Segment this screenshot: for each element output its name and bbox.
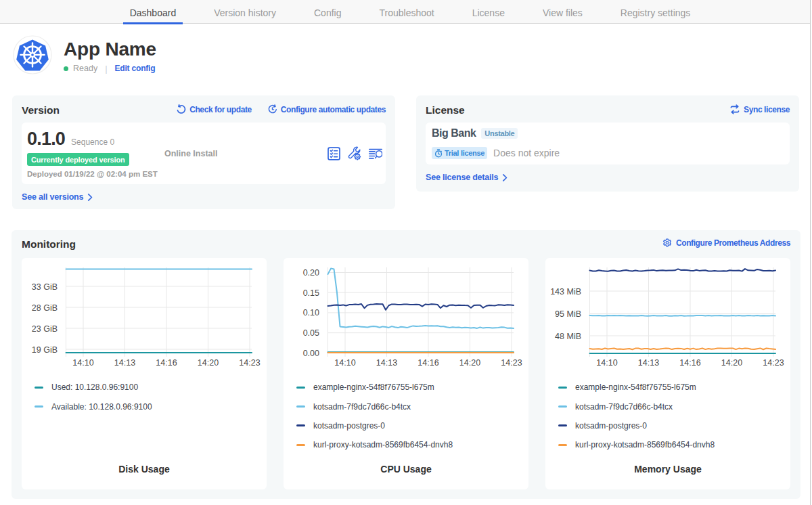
svg-text:14:16: 14:16 xyxy=(679,358,700,368)
svg-text:14:23: 14:23 xyxy=(239,358,260,368)
svg-text:28 GiB: 28 GiB xyxy=(32,303,58,313)
svg-text:14:16: 14:16 xyxy=(156,358,177,368)
svg-text:23 GiB: 23 GiB xyxy=(32,324,58,334)
svg-text:19 GiB: 19 GiB xyxy=(32,345,58,355)
svg-text:33 GiB: 33 GiB xyxy=(32,282,58,292)
svg-text:95 MiB: 95 MiB xyxy=(555,309,581,319)
svg-text:14:20: 14:20 xyxy=(721,358,742,368)
svg-text:14:10: 14:10 xyxy=(72,358,93,368)
svg-text:0.10: 0.10 xyxy=(303,308,319,317)
svg-text:143 MiB: 143 MiB xyxy=(550,287,581,297)
svg-text:0.00: 0.00 xyxy=(303,349,319,358)
svg-text:14:23: 14:23 xyxy=(501,358,522,368)
svg-text:14:20: 14:20 xyxy=(459,358,480,368)
svg-text:14:13: 14:13 xyxy=(376,358,397,368)
svg-text:14:13: 14:13 xyxy=(638,358,659,368)
svg-text:0.20: 0.20 xyxy=(303,268,319,278)
svg-text:48 MiB: 48 MiB xyxy=(555,332,581,341)
svg-text:14:10: 14:10 xyxy=(334,358,355,368)
svg-text:14:20: 14:20 xyxy=(198,358,219,368)
svg-text:14:23: 14:23 xyxy=(763,358,784,368)
svg-text:14:10: 14:10 xyxy=(596,358,617,368)
svg-text:0.15: 0.15 xyxy=(303,288,319,298)
svg-text:14:16: 14:16 xyxy=(418,358,438,368)
svg-text:0.05: 0.05 xyxy=(303,328,319,338)
svg-text:14:13: 14:13 xyxy=(114,358,135,368)
